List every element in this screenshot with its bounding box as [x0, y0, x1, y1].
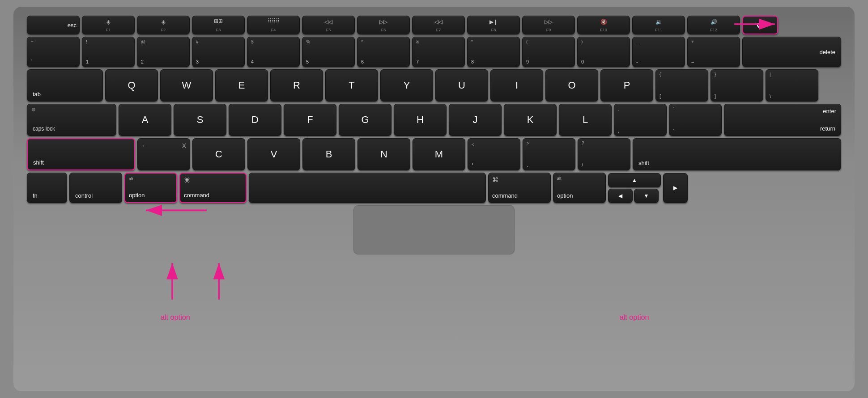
- key-f12[interactable]: 🔊 F12: [687, 16, 740, 34]
- bottom-row: fn control alt option ⌘ command ⌘ comman…: [27, 173, 841, 203]
- key-1[interactable]: ! 1: [82, 37, 135, 67]
- key-7[interactable]: & 7: [412, 37, 465, 67]
- key-command-left[interactable]: ⌘ command: [179, 173, 247, 203]
- key-a[interactable]: A: [119, 104, 171, 136]
- key-6[interactable]: ^ 6: [357, 37, 410, 67]
- key-f8[interactable]: ▶❙ F8: [467, 16, 520, 34]
- key-d[interactable]: D: [229, 104, 281, 136]
- key-backtick[interactable]: ~ `: [27, 37, 80, 67]
- key-w[interactable]: W: [160, 69, 213, 102]
- key-f11[interactable]: 🔉 F11: [632, 16, 685, 34]
- key-backslash[interactable]: | \: [766, 69, 818, 102]
- key-v[interactable]: B: [302, 138, 355, 170]
- key-u[interactable]: U: [435, 69, 488, 102]
- caps-row: caps lock A S D F G H J K L : ; " ' ente…: [27, 104, 841, 136]
- key-k[interactable]: K: [504, 104, 557, 136]
- key-command-right[interactable]: ⌘ command: [488, 173, 551, 203]
- key-semicolon[interactable]: : ;: [614, 104, 667, 136]
- key-f7[interactable]: ◁◁ F7: [412, 16, 465, 34]
- key-arrow-down[interactable]: ▼: [634, 189, 659, 203]
- key-esc[interactable]: esc: [27, 16, 80, 34]
- key-n[interactable]: M: [413, 138, 465, 170]
- key-f6[interactable]: ▷▷ F6: [357, 16, 410, 34]
- key-3[interactable]: # 3: [192, 37, 245, 67]
- key-bracket-open[interactable]: { [: [655, 69, 708, 102]
- key-tab[interactable]: tab: [27, 69, 103, 102]
- key-f3[interactable]: ⊞⊞ F3: [192, 16, 245, 34]
- fn-row: esc ☀ F1 ☀ F2 ⊞⊞ F3 ⠿⠿⠿ F4 ◁◁ F5: [27, 16, 841, 34]
- key-minus[interactable]: _ -: [632, 37, 685, 67]
- key-s[interactable]: S: [174, 104, 226, 136]
- key-f10[interactable]: 🔇 F10: [577, 16, 630, 34]
- shift-row: shift ← X C V B N M < , > . ? /: [27, 138, 841, 170]
- key-quote[interactable]: " ': [669, 104, 722, 136]
- key-shift-right[interactable]: shift: [633, 138, 841, 170]
- key-option-left[interactable]: alt option: [124, 173, 177, 203]
- key-f2[interactable]: ☀ F2: [137, 16, 190, 34]
- key-x[interactable]: C: [192, 138, 245, 170]
- key-l[interactable]: L: [559, 104, 612, 136]
- key-5[interactable]: % 5: [302, 37, 355, 67]
- key-delete[interactable]: delete: [742, 37, 841, 67]
- key-b[interactable]: N: [357, 138, 410, 170]
- tab-row: tab Q W E R T Y U I O P { [ } ] | \: [27, 69, 841, 102]
- laptop-body: esc ☀ F1 ☀ F2 ⊞⊞ F3 ⠿⠿⠿ F4 ◁◁ F5: [13, 7, 855, 391]
- key-f5[interactable]: ◁◁ F5: [302, 16, 355, 34]
- key-equals[interactable]: + =: [687, 37, 740, 67]
- key-e[interactable]: E: [215, 69, 268, 102]
- key-r[interactable]: R: [270, 69, 323, 102]
- key-f4[interactable]: ⠿⠿⠿ F4: [247, 16, 300, 34]
- number-row: ~ ` ! 1 @ 2 # 3 $ 4 % 5: [27, 37, 841, 67]
- key-2[interactable]: @ 2: [137, 37, 190, 67]
- key-z[interactable]: ← X: [137, 138, 190, 170]
- key-caps-lock[interactable]: caps lock: [27, 104, 116, 136]
- key-p[interactable]: P: [600, 69, 653, 102]
- key-bracket-close[interactable]: } ]: [711, 69, 763, 102]
- svg-text:alt option: alt option: [619, 313, 649, 321]
- key-c[interactable]: V: [247, 138, 300, 170]
- key-h[interactable]: H: [394, 104, 447, 136]
- key-arrow-left[interactable]: ◀: [608, 189, 633, 203]
- key-4[interactable]: $ 4: [247, 37, 300, 67]
- key-power[interactable]: ⏻: [742, 16, 778, 34]
- key-t[interactable]: T: [325, 69, 378, 102]
- key-comma[interactable]: > .: [523, 138, 575, 170]
- key-fn[interactable]: fn: [27, 173, 67, 203]
- key-g[interactable]: G: [339, 104, 391, 136]
- keyboard-area: esc ☀ F1 ☀ F2 ⊞⊞ F3 ⠿⠿⠿ F4 ◁◁ F5: [27, 16, 841, 364]
- key-m[interactable]: < ,: [468, 138, 520, 170]
- key-8[interactable]: * 8: [467, 37, 520, 67]
- key-space[interactable]: [249, 173, 486, 203]
- key-arrow-up[interactable]: ▲: [608, 173, 661, 187]
- key-shift-left[interactable]: shift: [27, 138, 135, 170]
- key-o[interactable]: O: [545, 69, 598, 102]
- key-enter[interactable]: enter return: [724, 104, 841, 136]
- key-period[interactable]: ? /: [578, 138, 630, 170]
- key-q[interactable]: Q: [105, 69, 158, 102]
- key-f9[interactable]: ▷▷ F9: [522, 16, 575, 34]
- key-arrow-right[interactable]: ▶: [663, 173, 688, 203]
- key-f1[interactable]: ☀ F1: [82, 16, 135, 34]
- key-f[interactable]: F: [284, 104, 336, 136]
- key-control[interactable]: control: [69, 173, 122, 203]
- key-j[interactable]: J: [449, 104, 502, 136]
- trackpad[interactable]: [353, 205, 515, 254]
- key-0[interactable]: ) 0: [577, 37, 630, 67]
- key-y[interactable]: Y: [380, 69, 433, 102]
- svg-text:alt option: alt option: [161, 313, 190, 321]
- key-i[interactable]: I: [490, 69, 543, 102]
- key-9[interactable]: ( 9: [522, 37, 575, 67]
- key-option-right[interactable]: alt option: [553, 173, 606, 203]
